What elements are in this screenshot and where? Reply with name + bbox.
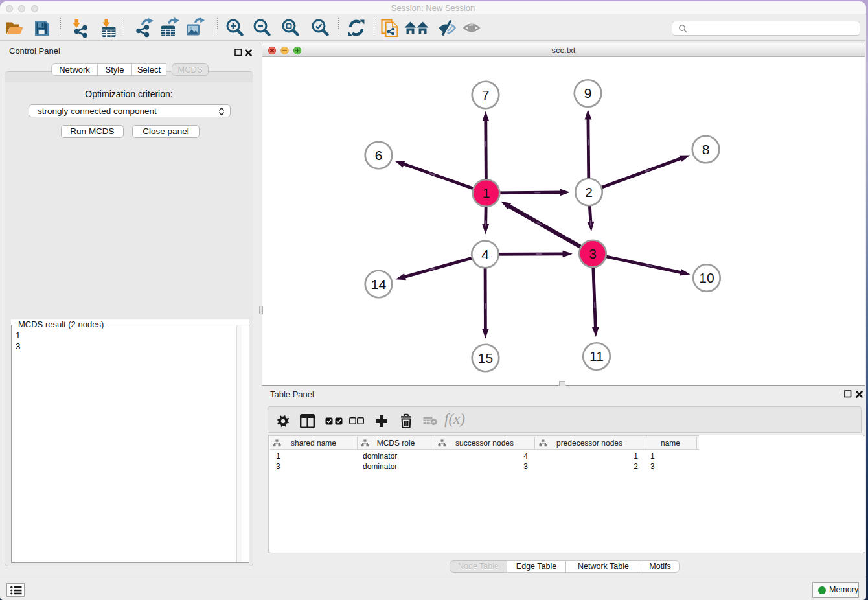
svg-text:8: 8 <box>702 142 710 157</box>
svg-text:10: 10 <box>699 270 714 285</box>
svg-text:2: 2 <box>585 185 593 200</box>
svg-text:3: 3 <box>589 246 597 261</box>
svg-text:15: 15 <box>478 351 493 365</box>
svg-text:11: 11 <box>589 349 604 363</box>
svg-text:1: 1 <box>483 185 490 200</box>
svg-text:14: 14 <box>371 277 387 292</box>
svg-text:7: 7 <box>482 87 490 102</box>
svg-text:6: 6 <box>375 148 383 163</box>
svg-text:4: 4 <box>481 247 489 262</box>
svg-text:9: 9 <box>584 86 592 100</box>
